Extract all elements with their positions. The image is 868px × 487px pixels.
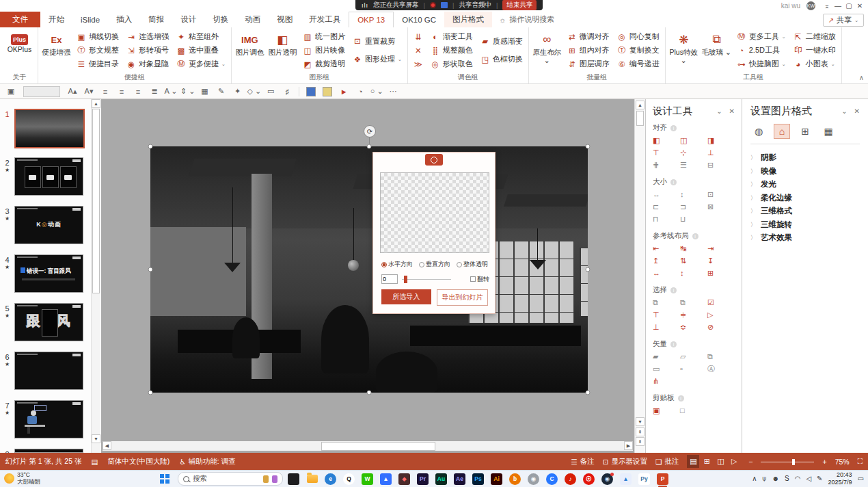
ribbon-item-形转项号[interactable]: ⇲形转项号 [124,44,171,57]
close-icon[interactable]: ✕ [729,107,735,115]
ribbon-item-统一图片[interactable]: ▥统一图片 [301,30,347,43]
taskbar-search[interactable]: 搜索 [178,472,283,486]
info-icon[interactable]: i [692,233,699,239]
flip-checkbox[interactable] [470,276,476,282]
after-effects-app[interactable]: Ae [454,473,465,485]
align-right-icon[interactable]: ≡ [131,85,145,98]
chevron-down-icon[interactable]: ⌄ [841,107,847,115]
zoom-slider-thumb[interactable] [792,459,795,465]
zoom-out-button[interactable]: − [748,458,752,466]
close-icon[interactable]: ✕ [854,107,860,115]
scroll-up-button[interactable]: ▲ [92,99,100,108]
picture-icon[interactable]: ▦ [820,124,837,139]
select-range-icon[interactable]: ≎ [680,322,707,332]
animation-timer-icon[interactable]: ◔ [353,85,367,98]
pen-icon[interactable]: ✎ [817,475,822,482]
blender-app[interactable]: b [509,473,521,485]
people-icon[interactable]: ☻ [772,475,779,482]
info-icon[interactable]: i [670,125,677,131]
ribbon-item-一键水印[interactable]: 印一键水印 [791,44,838,57]
scrollbar-thumb[interactable] [636,111,644,126]
tab-开始[interactable]: 开始 [40,12,72,27]
taskbar-clock[interactable]: 20:43 2025/7/9 [828,471,852,486]
distribute-grid-icon[interactable]: ⊟ [707,160,735,170]
ribbon-item-裁剪透明[interactable]: ◩裁剪透明 [301,57,347,70]
font-color-icon[interactable]: A ⌄ [164,85,178,98]
ribbon-item-icon[interactable]: ✕ [411,44,425,57]
ribbon-item-编号递进[interactable]: ⑥编号递进 [615,57,662,70]
distribute-h-icon[interactable]: ⋕ [653,160,680,170]
scrollbar-thumb[interactable] [321,442,435,451]
slide-thumbnail-1[interactable] [14,109,85,148]
share-button[interactable]: ↗ 共享 ⌄ [823,14,864,27]
display-settings-button[interactable]: ⊡ 显示器设置 [603,457,647,466]
vertical-scrollbar[interactable]: ▲ ▼ ⇞ ⇟ [634,99,646,453]
selection-handle-3[interactable] [148,267,153,272]
ribbon-item-更多便捷[interactable]: Ⓜ更多便捷⌄ [174,57,228,70]
dialog-tool-button[interactable] [425,154,443,166]
guide-top-icon[interactable]: ↥ [653,256,680,265]
ribbon-item-质感渐变[interactable]: ▰质感渐变 [478,35,525,48]
selection-handle-4[interactable] [586,267,591,272]
slide-thumbnail-2[interactable] [14,157,83,196]
vector-intersect-icon[interactable]: ▭ [653,364,680,373]
decrease-font-icon[interactable]: A▾ [82,85,96,98]
ribbon-item-图形处理[interactable]: ❖图形处理⌄ [351,53,404,66]
same-size-icon[interactable]: ⊡ [707,189,735,199]
start-button[interactable] [160,474,170,484]
vector-subtract-icon[interactable]: ▫ [680,364,707,373]
tab-file[interactable]: 文件 [0,12,40,27]
horizontal-scrollbar[interactable]: ◀ ▶ [103,441,633,451]
ribbon-item-icon[interactable]: ≫ [411,57,425,70]
premiere-app[interactable]: Pr [417,473,429,485]
ribbon-item-2.5D工具[interactable]: ◔2.5D工具 [735,44,788,57]
vector-branch-icon[interactable]: ⋔ [653,376,680,386]
align-top-icon[interactable]: ⊤ [653,148,680,157]
fill-line-icon[interactable]: ◍ [750,124,767,139]
zoom-in-button[interactable]: + [822,458,826,466]
slide-thumbnail-3[interactable]: K◎动画 [14,206,83,244]
format-painter-icon[interactable]: ✎ [215,85,228,98]
ribbon-item-小图表[interactable]: ◕小图表⌄ [791,57,838,70]
align-middle-icon[interactable]: ⊹ [680,148,707,157]
guide-right-icon[interactable]: ⇥ [707,244,735,253]
normal-view-button[interactable]: ▤ [687,455,699,468]
ribbon-item-icon[interactable]: ⇊ [411,30,425,43]
ribbon-button-图片透明[interactable]: ◧图片透明 [267,29,299,72]
record-icon[interactable] [430,2,436,8]
slide-sorter-button[interactable]: ⊞ [701,455,713,468]
size-fit-icon[interactable]: ⊠ [707,202,735,211]
azure-app[interactable]: ▲ [620,473,632,485]
mic-icon[interactable]: ⍦ [762,475,766,483]
fill-blue-swatch[interactable] [304,85,318,98]
ribbon-item-形状取色[interactable]: ◎形状取色 [429,57,475,70]
ribbon-item-更多工具[interactable]: Ⓜ更多工具⌄ [735,30,788,43]
ribbon-item-图层调序[interactable]: ⇵图层调序 [565,57,612,70]
ribbon-item-图片映像[interactable]: ◫图片映像 [301,44,347,57]
import-selected-button[interactable]: 所选导入 [381,289,431,304]
slide-canvas[interactable]: ⟳ [101,99,634,453]
zoom-level[interactable]: 75% [835,458,850,466]
gray-cam-app[interactable]: ◉ [528,473,539,485]
columns-icon[interactable]: ▦ [198,85,212,98]
align-left-icon[interactable]: ≡ [98,85,112,98]
tab-设计[interactable]: 设计 [172,12,204,27]
fill-yellow-swatch[interactable] [321,85,334,98]
tab-动画[interactable]: 动画 [236,12,269,27]
wifi-icon[interactable]: ◠ [795,475,801,482]
justify-icon[interactable]: ≣ [148,85,161,98]
slide-number-status[interactable]: 幻灯片 第 1 张, 共 25 张 [5,457,81,466]
format-item-发光[interactable]: 〉发光 [750,178,860,192]
guide-bottom-icon[interactable]: ↧ [707,256,735,265]
format-item-映像[interactable]: 〉映像 [750,165,860,179]
format-item-三维旋转[interactable]: 〉三维旋转 [750,218,860,232]
line-spacing-icon[interactable]: ⇕ ⌄ [180,85,195,98]
picture-frame-icon[interactable]: ▭ [264,85,277,98]
ribbon-item-选中重叠[interactable]: ▩选中重叠 [174,44,228,57]
vector-fragment-icon[interactable]: ⧉ [707,352,735,361]
ribbon-item-微调对齐[interactable]: ⇄微调对齐 [565,30,612,43]
collapse-ribbon-icon[interactable]: ∧ [859,74,864,81]
accessibility-status[interactable]: ♿ 辅助功能: 调查 [179,457,235,466]
red-arrow-icon[interactable]: ► [337,85,351,98]
ribbon-button-图片调色[interactable]: IMG图片调色 [234,29,266,72]
